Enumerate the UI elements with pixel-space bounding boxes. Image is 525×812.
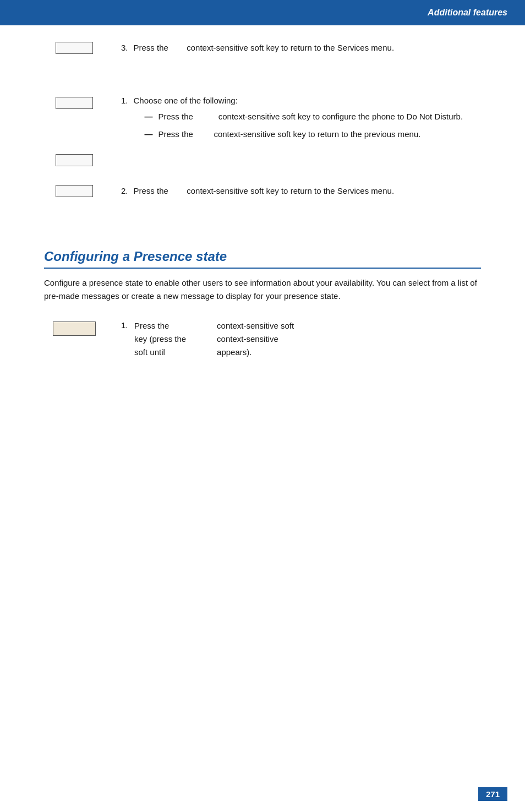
- sub-item-2-text: Press the context-sensitive soft key to …: [158, 128, 421, 141]
- step-2-block: 2. Press the context-sensitive soft key …: [44, 185, 481, 200]
- sub-item-2: — Press the context-sensitive soft key t…: [145, 128, 481, 141]
- phone-image-step2: [44, 185, 105, 200]
- sub-item-1-text: Press the context-sensitive soft key to …: [158, 111, 463, 123]
- presence-col6: appears).: [217, 346, 294, 359]
- phone-image-step1: [44, 97, 105, 170]
- presence-step1-number: 1.: [121, 319, 134, 332]
- key-box-step2: [56, 185, 93, 197]
- step-3-text: 3. Press the context-sensitive soft key …: [121, 42, 481, 55]
- key-box-presence1: [53, 321, 96, 336]
- presence-col1: Press the: [134, 319, 211, 333]
- header-title: Additional features: [428, 8, 507, 18]
- key-box-step1-a: [56, 97, 93, 109]
- presence-step1-content: Press the context-sensitive soft key (pr…: [134, 319, 294, 359]
- key-box-1: [56, 42, 93, 54]
- section-description-presence: Configure a presence state to enable oth…: [44, 276, 481, 303]
- step-2-content: Press the context-sensitive soft key to …: [134, 185, 481, 198]
- presence-step1-text: 1. Press the context-sensitive soft key …: [121, 319, 481, 359]
- step-3-number: 3.: [121, 42, 128, 55]
- step-2-number: 2.: [121, 185, 128, 198]
- key-group-step1: [56, 97, 93, 170]
- phone-image-step3: [44, 42, 105, 57]
- presence-step1-row: 1. Press the context-sensitive soft key …: [121, 319, 481, 359]
- key-box-step1-b: [56, 154, 93, 166]
- presence-col4: context-sensitive: [217, 333, 294, 346]
- step-3-line: 3. Press the context-sensitive soft key …: [121, 42, 481, 55]
- step-1-block: 1. Choose one of the following: — Press …: [44, 95, 481, 170]
- dash-1: —: [145, 111, 153, 123]
- presence-col2: context-sensitive soft: [217, 319, 294, 333]
- step-2-text: 2. Press the context-sensitive soft key …: [121, 185, 481, 198]
- step-3-content: Press the context-sensitive soft key to …: [134, 42, 481, 55]
- step-1-number: 1.: [121, 95, 128, 107]
- page-number: 271: [478, 787, 507, 801]
- step-2-line: 2. Press the context-sensitive soft key …: [121, 185, 481, 198]
- header-bar: Additional features: [0, 0, 525, 25]
- presence-col3: key (press the: [134, 333, 211, 346]
- main-content: 3. Press the context-sensitive soft key …: [0, 25, 525, 381]
- step-3-block: 3. Press the context-sensitive soft key …: [44, 42, 481, 57]
- dash-2: —: [145, 128, 153, 141]
- step-1-content: Choose one of the following: — Press the…: [134, 95, 481, 146]
- step-1-line: 1. Choose one of the following: — Press …: [121, 95, 481, 146]
- presence-col5: soft until: [134, 346, 211, 359]
- section-heading-presence: Configuring a Presence state: [44, 249, 481, 269]
- sub-list: — Press the context-sensitive soft key t…: [145, 111, 481, 141]
- step-1-text: 1. Choose one of the following: — Press …: [121, 95, 481, 146]
- sub-item-1: — Press the context-sensitive soft key t…: [145, 111, 481, 123]
- phone-image-presence1: [44, 321, 105, 339]
- presence-step1-block: 1. Press the context-sensitive soft key …: [44, 319, 481, 359]
